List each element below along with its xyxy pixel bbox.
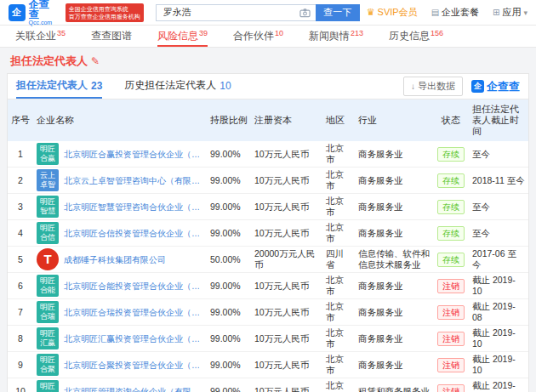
briefcase-icon: ▤ (431, 8, 439, 17)
status-badge: 注销 (437, 358, 465, 372)
status-cell: 存续 (433, 141, 469, 168)
section-title: 担任法定代表人 ✎ (0, 48, 536, 73)
industry: 商务服务业 (355, 273, 433, 299)
region: 北京市 (322, 326, 355, 352)
sub-tab[interactable]: 历史担任法定代表人10 (124, 74, 231, 99)
region: 北京市 (322, 141, 355, 168)
company-logo: 明匠合瑞 (37, 301, 59, 323)
apps-icon: ⊞ (493, 8, 499, 17)
company-logo: 明匠合赢 (37, 143, 59, 165)
row-index: 1 (8, 141, 33, 168)
region: 北京市 (322, 220, 355, 247)
shareholding-ratio: 99.00% (207, 220, 251, 247)
slogan-line-1: 全国企业信用查询系统 (69, 5, 140, 13)
company-name-link[interactable]: 北京明匠合瑞投资管理合伙企业（有限合伙） (64, 307, 203, 318)
row-index: 4 (8, 220, 33, 247)
nav-tab-label: 风险信息 (157, 29, 198, 43)
row-index: 6 (8, 273, 33, 299)
company-name-link[interactable]: 北京明匠智慧管理咨询合伙企业（有限合伙） (64, 202, 203, 213)
company-name-link[interactable]: 北京明匠合赢投资管理合伙企业（有限合伙） (64, 149, 203, 160)
company-cell: 明匠汇赢北京明匠汇赢投资管理合伙企业（有限合伙） (33, 326, 207, 352)
column-header: 序号 (8, 99, 33, 141)
registered-capital: 20000万元人民币 (251, 247, 322, 273)
shareholding-ratio: 99.00% (207, 141, 251, 168)
table-row: 10明匠咨询北京明匠管理咨询合伙企业（有限合伙）99.00%10万元人民币北京市… (8, 378, 528, 392)
registered-capital: 10万元人民币 (251, 220, 322, 247)
status-cell: 注销 (433, 326, 469, 352)
table-row: 9明匠合聚北京明匠合聚投资管理合伙企业（有限合伙）99.00%10万元人民币北京… (8, 352, 528, 378)
registered-capital: 10万元人民币 (251, 141, 322, 168)
industry: 商务服务业 (355, 194, 433, 220)
until-date: 2018-11 至今 (469, 168, 528, 194)
shareholding-ratio: 99.00% (207, 378, 251, 392)
card-header: 担任法定代表人23历史担任法定代表人10 ↓ 导出数据 企 企查查 (8, 74, 528, 99)
sub-tab-label: 担任法定代表人 (16, 78, 88, 93)
nav-tab[interactable]: 查查图谱 (91, 26, 132, 47)
company-logo: 云上卓智 (37, 169, 59, 191)
sub-tab[interactable]: 担任法定代表人23 (16, 74, 102, 99)
company-name-link[interactable]: 北京明匠管理咨询合伙企业（有限合伙） (64, 386, 203, 392)
status-cell: 注销 (433, 299, 469, 326)
search-input[interactable] (156, 4, 316, 21)
search-bar: 查一下 (156, 4, 360, 21)
shareholding-ratio: 99.00% (207, 168, 251, 194)
nav-tab[interactable]: 历史信息156 (389, 26, 443, 47)
company-name-link[interactable]: 北京明匠汇赢投资管理合伙企业（有限合伙） (64, 333, 203, 344)
company-name-link[interactable]: 北京明匠合聚投资管理合伙企业（有限合伙） (64, 360, 203, 371)
company-cell: 明匠合瑞北京明匠合瑞投资管理合伙企业（有限合伙） (33, 299, 207, 326)
camera-icon[interactable] (299, 8, 311, 18)
company-logo: 明匠合能 (37, 275, 59, 297)
company-name-link[interactable]: 北京明匠合能投资管理合伙企业（有限合伙） (64, 281, 203, 292)
nav-tab-count: 213 (351, 29, 363, 37)
nav-tab-label: 关联企业 (15, 29, 56, 43)
until-date: 至今 (469, 220, 528, 247)
region: 北京市 (322, 168, 355, 194)
column-header: 地区 (322, 99, 355, 141)
nav-tab[interactable]: 关联企业35 (15, 26, 66, 47)
until-date: 2017-06 至今 (469, 247, 528, 273)
status-cell: 注销 (433, 378, 469, 392)
edit-pencil-icon[interactable]: ✎ (91, 55, 100, 67)
nav-tab-count: 35 (57, 29, 66, 37)
status-badge: 注销 (437, 305, 465, 320)
search-button[interactable]: 查一下 (316, 4, 360, 21)
company-name-link[interactable]: 北京云上卓智管理咨询中心（有限合伙） (64, 175, 203, 186)
status-badge: 存续 (437, 147, 465, 162)
table-header-row: 序号企业名称持股比例注册资本地区行业状态担任法定代表人截止时间 (8, 99, 528, 141)
company-name-link[interactable]: 北京明匠合信投资管理合伙企业（有限合伙） (64, 228, 203, 239)
svip-member-link[interactable]: ♛ SVIP会员 (367, 6, 418, 19)
region: 北京市 (322, 299, 355, 326)
company-name-link[interactable]: 成都锤子科技集团有限公司 (64, 254, 166, 265)
until-date: 截止 2019-08 (469, 299, 528, 326)
row-index: 7 (8, 299, 33, 326)
until-date: 截止 2019-10 (469, 352, 528, 378)
nav-tab[interactable]: 合作伙伴10 (233, 26, 283, 47)
nav-tab[interactable]: 新闻舆情213 (309, 26, 363, 47)
nav-tab[interactable]: 风险信息39 (157, 26, 208, 47)
region: 北京市 (322, 352, 355, 378)
registered-capital: 10万元人民币 (251, 326, 322, 352)
status-badge: 注销 (437, 384, 465, 392)
industry: 商务服务业 (355, 326, 433, 352)
top-menu: ♛ SVIP会员 ▤ 企业套餐 ⊞ 应用 ▾ (367, 6, 527, 19)
qcc-logo[interactable]: 企 企查查 Qcc.com (9, 0, 59, 26)
enterprise-plan-link[interactable]: ▤ 企业套餐 (431, 6, 479, 19)
company-cell: 明匠咨询北京明匠管理咨询合伙企业（有限合伙） (33, 378, 207, 392)
registered-capital: 10万元人民币 (251, 352, 322, 378)
shareholding-ratio: 99.00% (207, 299, 251, 326)
company-cell: 明匠合信北京明匠合信投资管理合伙企业（有限合伙） (33, 220, 207, 247)
region: 四川省 (322, 247, 355, 273)
export-data-button[interactable]: ↓ 导出数据 (403, 77, 463, 96)
status-badge: 存续 (437, 173, 465, 188)
sub-tab-count: 10 (220, 80, 231, 92)
apps-label: 应用 (502, 6, 521, 19)
industry: 商务服务业 (355, 141, 433, 168)
status-cell: 注销 (433, 273, 469, 299)
apps-menu[interactable]: ⊞ 应用 ▾ (493, 6, 527, 19)
page: 企 企查查 Qcc.com 全国企业信用查询系统 百万查查企业信用服务机构 查一… (0, 0, 536, 392)
column-header: 状态 (433, 99, 469, 141)
industry: 商务服务业 (355, 299, 433, 326)
column-header: 企业名称 (33, 99, 207, 141)
status-cell: 存续 (433, 168, 469, 194)
company-logo: 明匠合聚 (37, 354, 59, 376)
